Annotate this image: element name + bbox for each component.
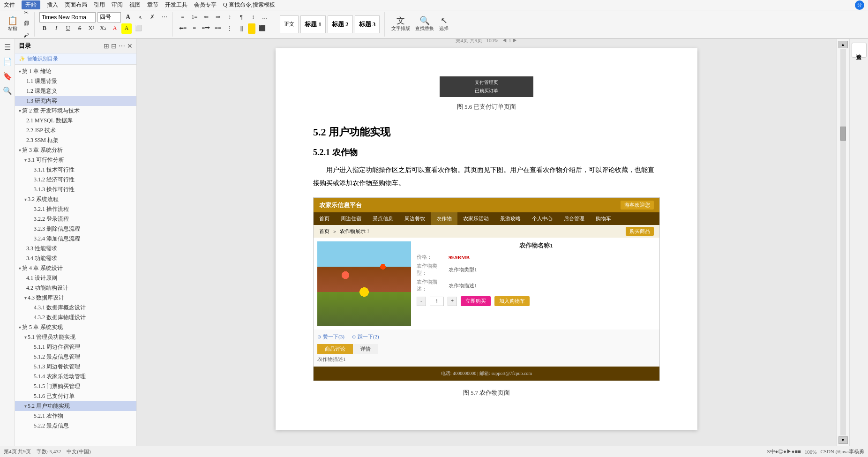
paper-icon[interactable]: 论文查重: [852, 43, 867, 58]
font-color-button[interactable]: A: [110, 23, 120, 34]
toc-item[interactable]: ▾第 3 章 系统分析: [15, 145, 136, 155]
toc-item[interactable]: 3.2.1 操作流程: [15, 204, 136, 214]
toc-item[interactable]: 5.1.2 景点信息管理: [15, 352, 136, 362]
menu-layout[interactable]: 页面布局: [65, 1, 87, 9]
search-icon[interactable]: 🔍: [3, 86, 12, 95]
nav-icon[interactable]: ☰: [4, 43, 11, 52]
toc-item[interactable]: ▾4.3 数据库设计: [15, 293, 136, 303]
scroll-down-btn[interactable]: ▼: [838, 436, 848, 444]
underline-button[interactable]: U: [63, 23, 73, 34]
font-size-input[interactable]: [97, 12, 121, 22]
menu-file[interactable]: 文件: [4, 1, 15, 9]
nav-guide[interactable]: 景游攻略: [494, 212, 526, 225]
text-direction-button[interactable]: 文 文字排版: [389, 13, 412, 36]
sort-button[interactable]: ↕: [224, 12, 235, 22]
toc-item[interactable]: 5.2.2 景点信息: [15, 421, 136, 431]
toc-item[interactable]: 4.3.2 数据库物理设计: [15, 313, 136, 322]
font-name-input[interactable]: [39, 12, 96, 22]
style-h1[interactable]: 标题 1: [300, 15, 326, 33]
toc-item[interactable]: 5.1.3 周边餐饮管理: [15, 362, 136, 372]
menu-search[interactable]: Q 查找命令,搜索模板: [223, 1, 275, 9]
style-normal[interactable]: 正文: [280, 15, 299, 33]
toc-item[interactable]: ▾第 1 章 绪论: [15, 67, 136, 76]
sidebar-ai-btn[interactable]: ✨ 智能识别目录: [15, 53, 136, 65]
add-cart-btn[interactable]: 加入购物车: [494, 296, 530, 306]
qty-decrease-btn[interactable]: -: [417, 297, 426, 306]
paste-button[interactable]: 📋 粘贴: [6, 13, 20, 36]
distribute-button[interactable]: ⋮: [224, 23, 235, 34]
menu-view[interactable]: 视图: [129, 1, 141, 9]
copy-button[interactable]: 🗐: [21, 19, 31, 30]
nav-personal[interactable]: 个人中心: [526, 212, 558, 225]
nav-scenic[interactable]: 景点信息: [367, 212, 399, 225]
pilcrow-button[interactable]: ¶: [236, 12, 247, 22]
nav-cart[interactable]: 购物车: [590, 212, 617, 225]
toc-item[interactable]: 1.2 课题意义: [15, 86, 136, 96]
toc-item[interactable]: ▾第 5 章 系统实现: [15, 322, 136, 332]
char-border-button[interactable]: ⬜: [133, 23, 143, 34]
numbering-button[interactable]: 1≡: [189, 12, 200, 22]
menu-insert[interactable]: 插入: [47, 1, 58, 9]
nav-crops[interactable]: 农作物: [431, 212, 457, 225]
toc-item[interactable]: 2.1 MYSQL 数据库: [15, 116, 136, 126]
toc-item[interactable]: 2.2 JSP 技术: [15, 126, 136, 135]
find-replace-button[interactable]: 🔍 查找替换: [413, 13, 436, 36]
toc-item[interactable]: ▾3.2 系统流程: [15, 195, 136, 204]
qty-input[interactable]: [430, 297, 444, 306]
toc-item[interactable]: 4.2 功能结构设计: [15, 283, 136, 293]
menu-dev[interactable]: 开发工具: [165, 1, 187, 9]
menu-chapter[interactable]: 章节: [147, 1, 158, 9]
sidebar-close-icon[interactable]: ✕: [127, 42, 133, 50]
justify-button[interactable]: ≡≡: [213, 23, 223, 34]
scroll-thumb[interactable]: [840, 127, 846, 141]
strikethrough-button[interactable]: S: [75, 23, 85, 34]
toc-item[interactable]: 3.1.1 技术可行性: [15, 165, 136, 175]
more-font-button[interactable]: ⋯: [159, 12, 170, 22]
superscript-button[interactable]: X²: [86, 23, 97, 34]
style-h2[interactable]: 标题 2: [328, 15, 353, 33]
line-spacing-button[interactable]: ↕: [248, 12, 258, 22]
toc-item[interactable]: ▾5.1 管理员功能实现: [15, 332, 136, 342]
align-center-button[interactable]: ≡: [189, 23, 200, 34]
toc-item[interactable]: 5.1.5 门票购买管理: [15, 382, 136, 391]
toc-item[interactable]: 5.1.4 农家乐活动管理: [15, 372, 136, 382]
toc-item[interactable]: 3.2.2 登录流程: [15, 214, 136, 224]
buy-now-btn[interactable]: 立即购买: [461, 296, 491, 306]
columns-button[interactable]: |||: [236, 23, 247, 34]
increase-font-button[interactable]: A: [123, 12, 133, 22]
menu-review[interactable]: 审阅: [112, 1, 123, 9]
toc-item[interactable]: 3.4 功能需求: [15, 254, 136, 263]
align-right-button[interactable]: ≡⮕: [201, 23, 211, 34]
indent-button[interactable]: ⇒: [213, 12, 223, 22]
more-para-button[interactable]: …: [260, 12, 270, 22]
sidebar-options-icon[interactable]: ⋯: [119, 42, 125, 50]
align-left-button[interactable]: ⬅≡: [178, 23, 188, 34]
italic-button[interactable]: I: [51, 23, 61, 34]
nav-admin[interactable]: 后台管理: [558, 212, 590, 225]
toc-item[interactable]: 5.1.1 周边住宿管理: [15, 342, 136, 352]
toc-item[interactable]: 3.1.2 经济可行性: [15, 175, 136, 185]
select-button[interactable]: ↖ 选择: [437, 13, 450, 36]
style-h3[interactable]: 标题 3: [355, 15, 380, 33]
nav-accommodation[interactable]: 周边住宿: [335, 212, 367, 225]
highlight-button[interactable]: A: [121, 23, 132, 34]
cut-button[interactable]: ✂: [21, 8, 31, 18]
clear-format-button[interactable]: ✗: [147, 12, 157, 22]
toc-item[interactable]: ▾3.1 可行性分析: [15, 155, 136, 165]
sidebar-expand-icon[interactable]: ⊞: [104, 42, 109, 50]
qty-increase-btn[interactable]: +: [448, 297, 457, 306]
toc-item[interactable]: 5.2.1 农作物: [15, 411, 136, 421]
scroll-track[interactable]: [840, 49, 846, 435]
toc-item[interactable]: 3.2.3 删除信息流程: [15, 224, 136, 234]
buy-product-btn[interactable]: 购买商品: [626, 227, 654, 236]
vote-down[interactable]: ⊙ 踩一下(2): [352, 333, 379, 340]
page-icon[interactable]: 📄: [3, 57, 12, 66]
toc-item-section-active[interactable]: ▾5.2 用户功能实现: [15, 401, 136, 411]
toc-item[interactable]: 4.3.1 数据库概念设计: [15, 303, 136, 313]
border-button[interactable]: ⬛: [257, 23, 267, 34]
vote-up[interactable]: ⊙ 赞一下(3): [317, 333, 344, 340]
toc-item[interactable]: 3.3 性能需求: [15, 244, 136, 254]
toc-item[interactable]: ▾第 2 章 开发环境与技术: [15, 106, 136, 116]
toc-item[interactable]: ▾第 4 章 系统设计: [15, 263, 136, 273]
nav-dining[interactable]: 周边餐饮: [399, 212, 431, 225]
